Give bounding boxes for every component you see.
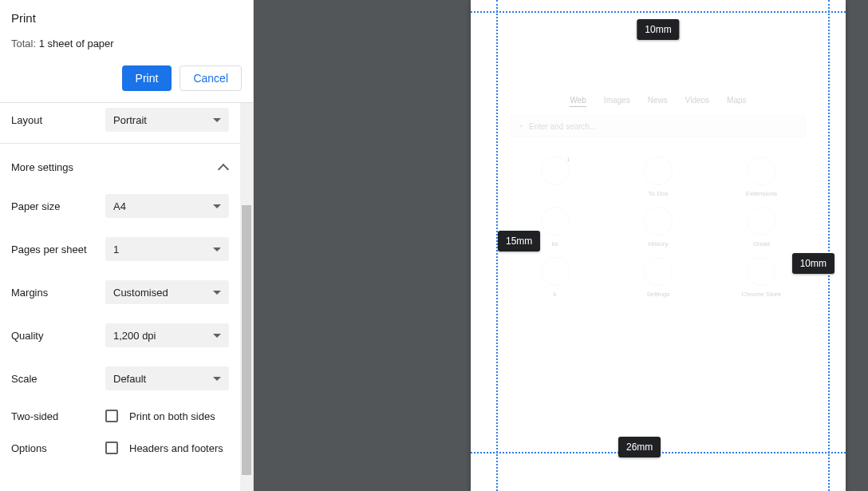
options-row: Options Headers and footers — [0, 432, 240, 464]
chevron-down-icon — [213, 377, 221, 381]
preview-searchbox: Enter and search... — [511, 115, 806, 137]
total-value: 1 sheet of paper — [39, 38, 114, 49]
layout-label: Layout — [11, 114, 105, 126]
pages-per-sheet-label: Pages per sheet — [11, 244, 105, 255]
tile: To Dos — [610, 156, 705, 197]
tile-label: Settings — [647, 291, 670, 298]
circle-icon — [747, 257, 775, 286]
margins-label: Margins — [11, 287, 105, 299]
scrollbar-thumb[interactable] — [242, 205, 251, 475]
tile-label: To Dos — [649, 190, 669, 197]
margins-select[interactable]: Customised — [105, 280, 229, 304]
search-dot-icon — [519, 125, 523, 128]
circle-icon — [541, 257, 570, 286]
tile: 1 — [507, 156, 602, 197]
quality-label: Quality — [11, 330, 105, 342]
scale-value: Default — [113, 373, 146, 385]
tile-label: Chrome Store — [741, 291, 781, 298]
tile-label: ks — [552, 240, 558, 247]
two-sided-row: Two-sided Print on both sides — [0, 400, 240, 432]
tile: Gmail — [714, 207, 809, 247]
margin-label-bottom[interactable]: 26mm — [618, 437, 661, 457]
tile: Chrome Store — [714, 257, 809, 298]
options-label: Options — [11, 442, 105, 454]
quality-select[interactable]: 1,200 dpi — [105, 323, 229, 347]
tile-label: k — [554, 291, 557, 298]
headers-footers-checkbox[interactable] — [105, 442, 118, 454]
circle-icon — [747, 207, 775, 236]
tile: History — [610, 207, 705, 247]
paper-size-value: A4 — [113, 200, 126, 212]
tab-maps: Maps — [727, 96, 746, 107]
tab-web: Web — [570, 96, 586, 107]
action-buttons: Print Cancel — [0, 61, 253, 102]
tile-label: Extensions — [746, 190, 777, 197]
tab-news: News — [648, 96, 668, 107]
pages-per-sheet-value: 1 — [113, 244, 119, 255]
circle-icon — [541, 207, 570, 236]
circle-icon — [644, 156, 673, 185]
tile: Settings — [610, 257, 705, 298]
margin-guide-top[interactable] — [471, 11, 846, 13]
more-settings-label: More settings — [11, 161, 73, 173]
paper-size-label: Paper size — [11, 200, 105, 212]
circle-icon — [747, 156, 775, 185]
preview-area: 10mm 15mm 10mm 26mm Web Images News Vide… — [254, 0, 868, 491]
two-sided-checkbox[interactable] — [105, 410, 118, 422]
total-sheets: Total: 1 sheet of paper — [11, 38, 242, 49]
chevron-down-icon — [213, 204, 221, 208]
margin-label-top[interactable]: 10mm — [637, 19, 679, 40]
layout-row: Layout Portrait — [0, 103, 240, 140]
search-placeholder: Enter and search... — [529, 122, 597, 131]
paper-size-row: Paper size A4 — [0, 184, 240, 228]
chevron-down-icon — [213, 334, 221, 338]
separator — [0, 143, 240, 144]
circle-icon: 1 — [541, 156, 570, 185]
tile-label: History — [649, 240, 669, 247]
circle-icon — [644, 207, 673, 236]
print-button[interactable]: Print — [122, 65, 172, 91]
tile-label: Gmail — [753, 240, 770, 247]
margins-value: Customised — [113, 287, 168, 299]
chevron-down-icon — [213, 118, 221, 122]
headers-footers-text: Headers and footers — [129, 442, 223, 454]
print-sidebar: Print Total: 1 sheet of paper Print Canc… — [0, 0, 254, 491]
scale-label: Scale — [11, 373, 105, 385]
total-prefix: Total: — [11, 38, 39, 49]
margins-row: Margins Customised — [0, 271, 240, 314]
paper-size-select[interactable]: A4 — [105, 194, 229, 218]
quality-row: Quality 1,200 dpi — [0, 314, 240, 357]
pages-per-sheet-row: Pages per sheet 1 — [0, 228, 240, 271]
tab-videos: Videos — [685, 96, 709, 107]
chevron-down-icon — [213, 247, 221, 251]
cancel-button[interactable]: Cancel — [180, 65, 242, 91]
page-content: Web Images News Videos Maps Enter and se… — [503, 96, 814, 298]
scale-select[interactable]: Default — [105, 366, 229, 390]
more-settings-toggle[interactable]: More settings — [0, 150, 240, 184]
margin-guide-right[interactable] — [828, 0, 830, 491]
sidebar-header: Print Total: 1 sheet of paper — [0, 0, 253, 61]
layout-select[interactable]: Portrait — [105, 108, 229, 132]
scale-row: Scale Default — [0, 357, 240, 400]
pages-per-sheet-select[interactable]: 1 — [105, 237, 229, 261]
badge: 1 — [566, 156, 570, 163]
two-sided-text: Print on both sides — [129, 410, 215, 422]
chevron-down-icon — [213, 291, 221, 295]
quality-value: 1,200 dpi — [113, 330, 156, 342]
settings-panel: Layout Portrait More settings Paper size… — [0, 102, 253, 491]
tab-images: Images — [604, 96, 630, 107]
preview-tabs: Web Images News Videos Maps — [503, 96, 814, 107]
two-sided-label: Two-sided — [11, 410, 105, 422]
page-preview[interactable]: 10mm 15mm 10mm 26mm Web Images News Vide… — [471, 0, 846, 491]
tile: ks — [507, 207, 602, 247]
layout-value: Portrait — [113, 114, 147, 126]
scrollbar-track[interactable] — [240, 103, 253, 491]
circle-icon — [644, 257, 673, 286]
tile: k — [507, 257, 602, 298]
tile: Extensions — [714, 156, 809, 197]
preview-tiles: 1 To Dos Extensions ks History Gmail k S… — [503, 156, 814, 298]
chevron-up-icon — [218, 163, 229, 174]
dialog-title: Print — [11, 11, 242, 25]
